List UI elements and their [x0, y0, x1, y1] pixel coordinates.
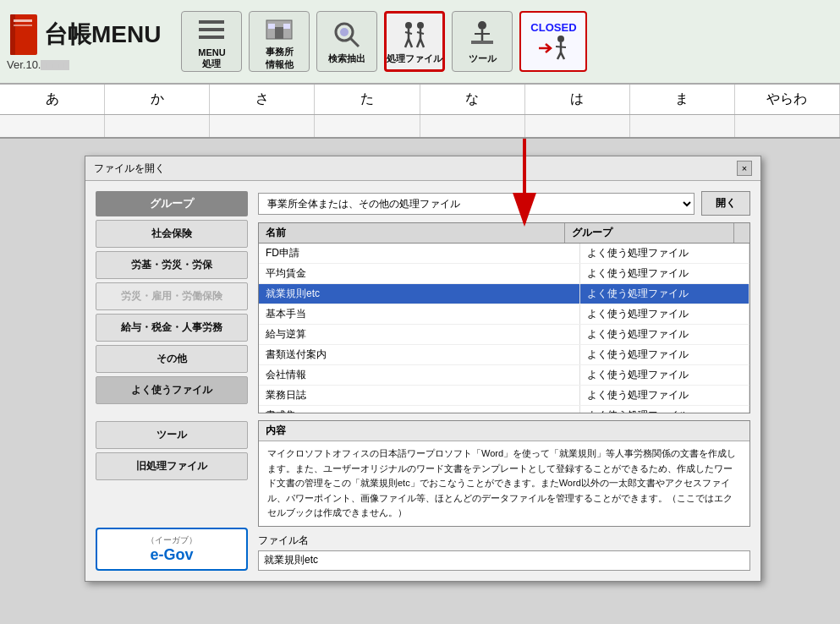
kana-navigation: あ か さ た な は ま やらわ	[0, 85, 840, 115]
app-title: 台帳MENU	[7, 13, 161, 57]
file-cell-group: よく使う処理ファイル	[580, 365, 749, 385]
svg-line-32	[556, 47, 566, 47]
file-row[interactable]: 給与逆算よく使う処理ファイル	[259, 325, 749, 345]
group-btn-sonota[interactable]: その他	[96, 345, 248, 373]
kana-sub-3	[315, 115, 420, 137]
filename-input[interactable]	[258, 550, 750, 571]
search-icon	[331, 19, 363, 51]
file-cell-group: よく使う処理ファイル	[580, 284, 749, 304]
closed-button[interactable]: CLOSED	[519, 11, 587, 72]
svg-rect-25	[471, 41, 493, 44]
group-btn-kyuyo[interactable]: 給与・税金・人事労務	[96, 314, 248, 342]
tool-button-left[interactable]: ツール	[96, 421, 248, 449]
group-btn-shakai[interactable]: 社会保険	[96, 220, 248, 248]
group-panel-label: グループ	[96, 191, 248, 216]
process-file-icon	[398, 19, 431, 51]
kana-sa[interactable]: さ	[210, 85, 315, 114]
group-panel: グループ 社会保険 労基・労災・労保 労災・雇用・労働保険 給与・税金・人事労務…	[96, 191, 248, 571]
kana-subbar	[0, 115, 840, 139]
egov-logo: e-Gov	[102, 546, 241, 564]
file-cell-name: 基本手当	[259, 304, 580, 324]
kana-ma[interactable]: ま	[630, 85, 735, 114]
svg-rect-6	[199, 36, 224, 39]
file-cell-name: 会社情報	[259, 365, 580, 385]
svg-line-18	[405, 32, 412, 34]
file-list-body[interactable]: FD申請よく使う処理ファイル平均賃金よく使う処理ファイル就業規則etcよく使う処…	[259, 244, 749, 413]
content-section: 内容 マイクロソフトオフィスの日本語ワープロソフト「Word」を使って「就業規則…	[258, 420, 750, 527]
file-cell-name: FD申請	[259, 244, 580, 263]
file-row[interactable]: FD申請よく使う処理ファイル	[259, 244, 749, 264]
closed-label: CLOSED	[530, 21, 576, 34]
kana-ha[interactable]: は	[525, 85, 630, 114]
kana-sub-2	[210, 115, 315, 137]
kana-a[interactable]: あ	[0, 85, 105, 114]
file-cell-name: 書類送付案内	[259, 345, 580, 364]
jimusho-button[interactable]: 事務所 情報他	[249, 11, 310, 72]
group-btn-yoku[interactable]: よく使うファイル	[96, 376, 248, 404]
svg-line-17	[409, 39, 412, 47]
group-btn-rouki[interactable]: 労基・労災・労保	[96, 251, 248, 279]
kana-na[interactable]: な	[420, 85, 525, 114]
filename-section: ファイル名	[258, 534, 750, 571]
logo-area: 台帳MENU Ver.10.■■■■■	[7, 13, 161, 71]
tool-icon	[466, 19, 498, 51]
file-row[interactable]: 平均賃金よく使う処理ファイル	[259, 264, 749, 284]
svg-point-19	[417, 22, 424, 29]
file-row[interactable]: 書類送付案内よく使う処理ファイル	[259, 345, 749, 365]
col-name: 名前	[259, 223, 565, 243]
old-file-button[interactable]: 旧処理ファイル	[96, 452, 248, 480]
dialog-titlebar: ファイルを開く ×	[85, 156, 760, 181]
search-button[interactable]: 検索抽出	[316, 11, 377, 72]
kana-sub-0	[0, 115, 105, 137]
dialog-title: ファイルを開く	[94, 161, 165, 176]
egov-button[interactable]: （イーガブ） e-Gov	[96, 528, 248, 571]
kana-ka[interactable]: か	[105, 85, 210, 114]
svg-point-24	[478, 21, 486, 30]
svg-rect-5	[199, 28, 224, 31]
file-cell-name: 平均賃金	[259, 264, 580, 283]
dropdown-row: 事業所全体または、その他の処理ファイル 開く	[258, 191, 750, 216]
file-cell-group: よく使う処理ファイル	[580, 345, 749, 364]
svg-rect-3	[14, 25, 32, 26]
kana-sub-6	[630, 115, 735, 137]
svg-line-31	[561, 52, 564, 59]
file-cell-group: よく使う処理ファイル	[580, 406, 749, 413]
kana-sub-4	[420, 115, 525, 137]
kana-sub-1	[105, 115, 210, 137]
file-cell-name: 就業規則etc	[259, 284, 580, 304]
file-row[interactable]: 書式集よく使う処理ファイル	[259, 406, 749, 413]
file-cell-name: 業務日誌	[259, 386, 580, 405]
file-cell-group: よく使う処理ファイル	[580, 386, 749, 405]
file-row[interactable]: 業務日誌よく使う処理ファイル	[259, 386, 749, 406]
svg-rect-9	[268, 24, 275, 29]
content-text: マイクロソフトオフィスの日本語ワープロソフト「Word」を使って「就業規則」等人…	[259, 441, 749, 526]
kana-ta[interactable]: た	[315, 85, 420, 114]
svg-line-23	[417, 32, 424, 34]
file-row[interactable]: 会社情報よく使う処理ファイル	[259, 365, 749, 386]
kana-yarawa[interactable]: やらわ	[735, 85, 840, 114]
content-section-label: 内容	[259, 421, 749, 441]
menu-button[interactable]: MENU 処理	[181, 11, 242, 72]
book-icon	[7, 13, 41, 57]
process-file-button[interactable]: 処理ファイル	[384, 11, 445, 72]
svg-rect-4	[199, 20, 224, 24]
file-cell-group: よく使う処理ファイル	[580, 325, 749, 344]
svg-line-12	[350, 38, 359, 47]
file-list: 名前 グループ FD申請よく使う処理ファイル平均賃金よく使う処理ファイル就業規則…	[258, 222, 750, 413]
open-button[interactable]: 開く	[701, 191, 750, 216]
svg-rect-2	[14, 19, 32, 22]
svg-rect-10	[283, 24, 290, 29]
kana-sub-7	[735, 115, 840, 137]
file-row[interactable]: 基本手当よく使う処理ファイル	[259, 304, 749, 325]
filename-label: ファイル名	[258, 534, 750, 548]
dialog-close-button[interactable]: ×	[737, 161, 752, 176]
file-list-header: 名前 グループ	[259, 223, 749, 244]
file-row[interactable]: 就業規則etcよく使う処理ファイル	[259, 284, 749, 304]
tool-button[interactable]: ツール	[452, 11, 513, 72]
svg-point-28	[557, 36, 564, 42]
svg-point-13	[340, 28, 349, 36]
dialog-body: グループ 社会保険 労基・労災・労保 労災・雇用・労働保険 給与・税金・人事労務…	[85, 181, 760, 581]
svg-rect-8	[275, 27, 283, 39]
kana-sub-5	[525, 115, 630, 137]
file-category-dropdown[interactable]: 事業所全体または、その他の処理ファイル	[258, 193, 695, 215]
